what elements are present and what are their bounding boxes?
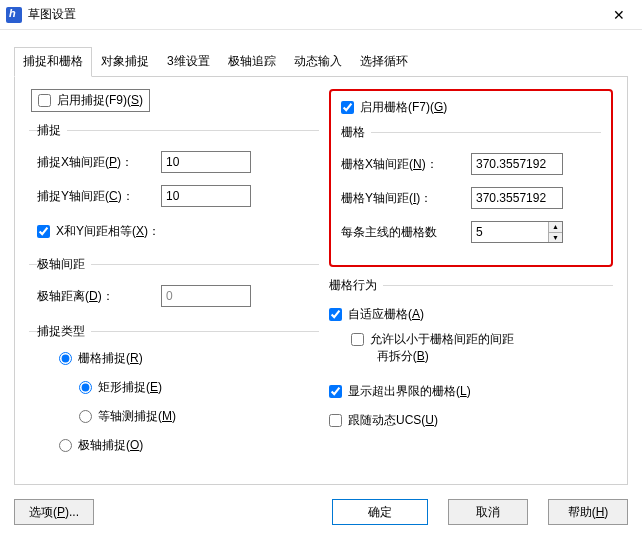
app-icon bbox=[6, 7, 22, 23]
snap-x-label: 捕捉X轴间距(P)： bbox=[37, 154, 161, 171]
grid-x-input[interactable] bbox=[471, 153, 563, 175]
polar-dist-input bbox=[161, 285, 251, 307]
major-lines-spinner[interactable]: ▲ ▼ bbox=[471, 221, 563, 243]
adaptive-grid-checkbox[interactable]: 自适应栅格(A) bbox=[329, 306, 424, 323]
snap-x-input[interactable] bbox=[161, 151, 251, 173]
major-lines-input[interactable] bbox=[472, 222, 548, 242]
iso-snap-radio[interactable]: 等轴测捕捉(M) bbox=[79, 408, 176, 425]
polar-snap-radio[interactable]: 极轴捕捉(O) bbox=[59, 437, 143, 454]
grid-y-input[interactable] bbox=[471, 187, 563, 209]
subdivide-checkbox[interactable]: 允许以小于栅格间距的间距 再拆分(B) bbox=[329, 331, 514, 365]
snap-y-label: 捕捉Y轴间距(C)： bbox=[37, 188, 161, 205]
grid-x-label: 栅格X轴间距(N)： bbox=[341, 156, 471, 173]
snap-group-title: 捕捉 bbox=[37, 122, 67, 139]
snap-y-input[interactable] bbox=[161, 185, 251, 207]
cancel-button[interactable]: 取消 bbox=[448, 499, 528, 525]
tab-3d[interactable]: 3维设置 bbox=[158, 47, 219, 77]
grid-group-title: 栅格 bbox=[341, 124, 371, 141]
titlebar: 草图设置 ✕ bbox=[0, 0, 642, 30]
tab-object-snap[interactable]: 对象捕捉 bbox=[92, 47, 158, 77]
snap-type-group-title: 捕捉类型 bbox=[37, 323, 91, 340]
major-lines-label: 每条主线的栅格数 bbox=[341, 224, 471, 241]
help-button[interactable]: 帮助(H) bbox=[548, 499, 628, 525]
equal-xy-checkbox[interactable]: X和Y间距相等(X)： bbox=[37, 223, 160, 240]
close-button[interactable]: ✕ bbox=[596, 0, 642, 30]
spin-up-icon[interactable]: ▲ bbox=[549, 222, 562, 233]
beyond-limits-checkbox[interactable]: 显示超出界限的栅格(L) bbox=[329, 383, 471, 400]
options-button[interactable]: 选项(P)... bbox=[14, 499, 94, 525]
polar-dist-label: 极轴距离(D)： bbox=[37, 288, 161, 305]
ok-button[interactable]: 确定 bbox=[332, 499, 428, 525]
window-title: 草图设置 bbox=[28, 6, 596, 23]
grid-y-label: 栅格Y轴间距(I)： bbox=[341, 190, 471, 207]
tab-dyninput[interactable]: 动态输入 bbox=[285, 47, 351, 77]
tab-snap-grid[interactable]: 捕捉和栅格 bbox=[14, 47, 92, 77]
tab-strip: 捕捉和栅格 对象捕捉 3维设置 极轴追踪 动态输入 选择循环 bbox=[14, 46, 628, 77]
tab-select-cycle[interactable]: 选择循环 bbox=[351, 47, 417, 77]
polar-group-title: 极轴间距 bbox=[37, 256, 91, 273]
rect-snap-radio[interactable]: 矩形捕捉(E) bbox=[79, 379, 162, 396]
grid-snap-radio[interactable]: 栅格捕捉(R) bbox=[59, 350, 143, 367]
spin-down-icon[interactable]: ▼ bbox=[549, 233, 562, 243]
tab-polar[interactable]: 极轴追踪 bbox=[219, 47, 285, 77]
grid-behavior-title: 栅格行为 bbox=[329, 277, 383, 294]
grid-highlight-box: 启用栅格(F7)(G) 栅格 栅格X轴间距(N)： 栅格Y轴间距(I)： 每条主… bbox=[329, 89, 613, 267]
follow-dynucs-checkbox[interactable]: 跟随动态UCS(U) bbox=[329, 412, 438, 429]
enable-grid-checkbox[interactable]: 启用栅格(F7)(G) bbox=[341, 99, 447, 116]
enable-snap-checkbox[interactable]: 启用捕捉(F9)(S) bbox=[31, 89, 150, 112]
